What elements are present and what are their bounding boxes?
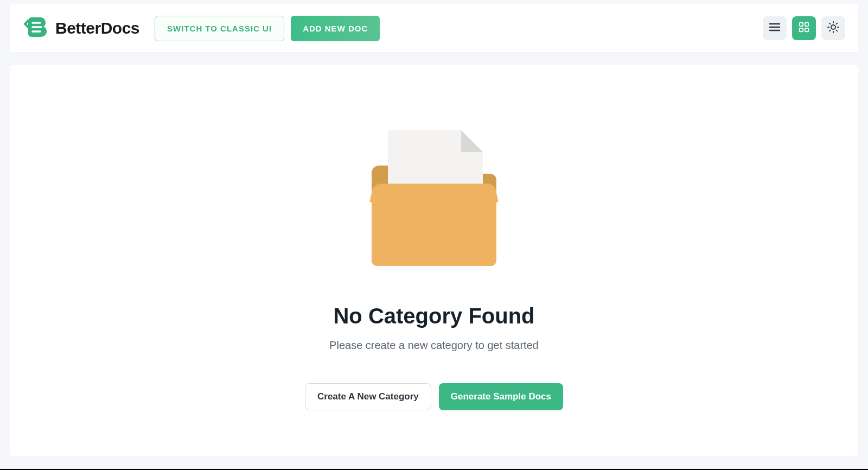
app-header: BetterDocs SWITCH TO CLASSIC UI ADD NEW … (10, 4, 858, 52)
brand-name: BetterDocs (55, 19, 139, 37)
svg-rect-9 (805, 28, 808, 31)
sun-icon (827, 21, 840, 36)
svg-rect-6 (800, 23, 803, 26)
add-new-doc-button[interactable]: ADD NEW DOC (291, 16, 380, 41)
svg-point-10 (831, 25, 835, 29)
svg-line-15 (829, 23, 830, 24)
empty-state-subtitle: Please create a new category to get star… (329, 339, 539, 352)
switch-classic-ui-button[interactable]: SWITCH TO CLASSIC UI (155, 16, 284, 41)
list-view-button[interactable] (763, 16, 787, 40)
brand-logo-icon (23, 14, 49, 42)
header-primary-actions: SWITCH TO CLASSIC UI ADD NEW DOC (155, 16, 380, 41)
header-view-controls (763, 16, 845, 40)
create-category-button[interactable]: Create A New Category (305, 383, 431, 410)
theme-toggle-button[interactable] (821, 16, 845, 40)
svg-line-17 (829, 30, 830, 31)
menu-icon (768, 21, 781, 36)
grid-icon (798, 21, 810, 35)
svg-rect-8 (800, 28, 803, 31)
svg-line-16 (837, 30, 837, 31)
svg-rect-7 (805, 23, 808, 26)
svg-line-18 (837, 23, 837, 24)
grid-view-button[interactable] (792, 16, 816, 40)
generate-sample-docs-button[interactable]: Generate Sample Docs (439, 383, 563, 410)
main-content: No Category Found Please create a new ca… (10, 65, 858, 456)
brand: BetterDocs (23, 14, 139, 42)
empty-state-actions: Create A New Category Generate Sample Do… (305, 383, 563, 410)
empty-state-title: No Category Found (333, 304, 534, 328)
empty-folder-icon (363, 130, 505, 271)
